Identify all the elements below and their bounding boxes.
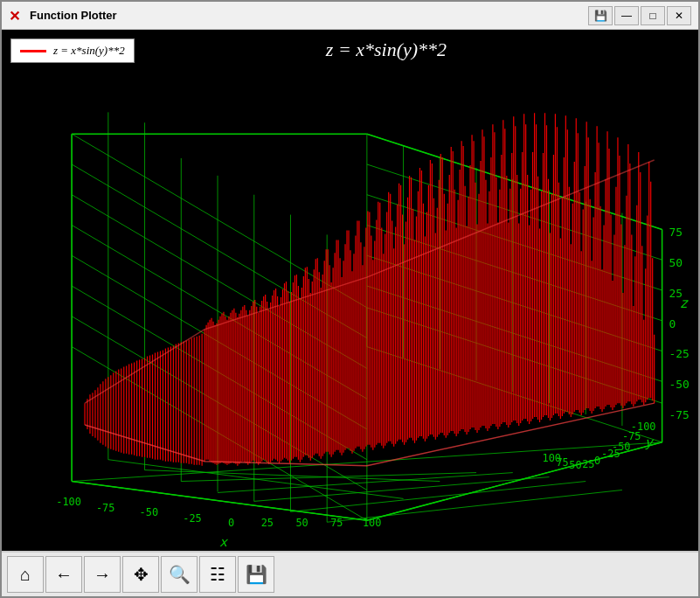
svg-text:0: 0	[594, 455, 600, 467]
svg-text:-75: -75	[669, 408, 690, 421]
svg-text:-50: -50	[140, 506, 159, 518]
svg-text:75: 75	[330, 517, 343, 529]
forward-button[interactable]: →	[84, 556, 121, 593]
app-icon: ✕	[9, 8, 24, 24]
zoom-button[interactable]: 🔍	[161, 556, 198, 593]
home-button[interactable]: ⌂	[7, 556, 44, 593]
svg-text:25: 25	[582, 458, 594, 470]
settings-button[interactable]: ☷	[199, 556, 236, 593]
formula-title: z = x*sin(y)**2	[326, 38, 447, 61]
svg-text:0: 0	[669, 317, 676, 330]
plot-area: z = x*sin(y)**2 z = x*sin(y)**2	[2, 30, 698, 551]
svg-text:75: 75	[669, 226, 683, 239]
save-button[interactable]: 💾	[238, 556, 274, 593]
legend: z = x*sin(y)**2	[10, 38, 135, 63]
svg-text:-25: -25	[183, 512, 202, 525]
svg-text:z: z	[679, 295, 689, 311]
svg-text:50: 50	[569, 459, 581, 471]
3d-plot-svg: 75 50 25 0 -25 -50 -75 z -100 -75 -50 -2…	[2, 30, 698, 551]
toolbar: ⌂ ← → ✥ 🔍 ☷ 💾	[2, 551, 698, 596]
svg-text:50: 50	[295, 517, 308, 529]
back-button[interactable]: ←	[45, 556, 82, 593]
svg-text:100: 100	[363, 517, 382, 529]
svg-text:-50: -50	[669, 378, 690, 391]
svg-text:0: 0	[228, 517, 234, 529]
legend-label: z = x*sin(y)**2	[53, 44, 125, 58]
svg-text:50: 50	[669, 256, 683, 269]
svg-text:-50: -50	[612, 441, 631, 453]
pan-button[interactable]: ✥	[122, 556, 159, 593]
minimize-btn[interactable]: —	[614, 6, 639, 25]
window-controls: 💾 — □ ✕	[588, 6, 691, 25]
title-bar: ✕ Function Plotter 💾 — □ ✕	[2, 2, 698, 30]
svg-text:25: 25	[261, 517, 274, 529]
svg-text:-100: -100	[631, 421, 656, 433]
window-title: Function Plotter	[30, 9, 588, 22]
maximize-btn[interactable]: □	[641, 6, 665, 25]
svg-text:-100: -100	[56, 496, 81, 508]
legend-color-swatch	[20, 50, 46, 52]
main-window: ✕ Function Plotter 💾 — □ ✕ z = x*sin(y)*…	[0, 0, 700, 598]
svg-text:-25: -25	[669, 347, 690, 360]
svg-text:-75: -75	[96, 502, 115, 514]
close-btn[interactable]: ✕	[667, 6, 691, 25]
save-window-btn[interactable]: 💾	[588, 6, 613, 25]
svg-text:75: 75	[556, 456, 568, 469]
